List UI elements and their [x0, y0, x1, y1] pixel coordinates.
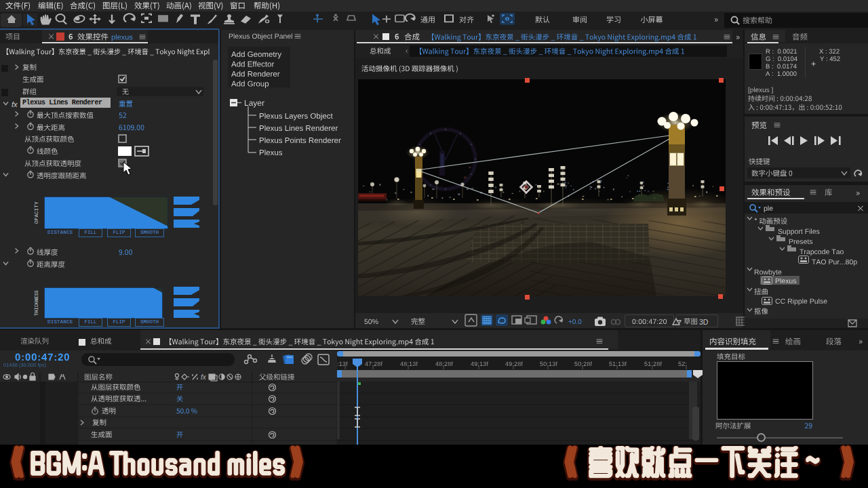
svg-text:fx: fx — [201, 373, 207, 381]
svg-text:fx: fx — [12, 100, 18, 108]
